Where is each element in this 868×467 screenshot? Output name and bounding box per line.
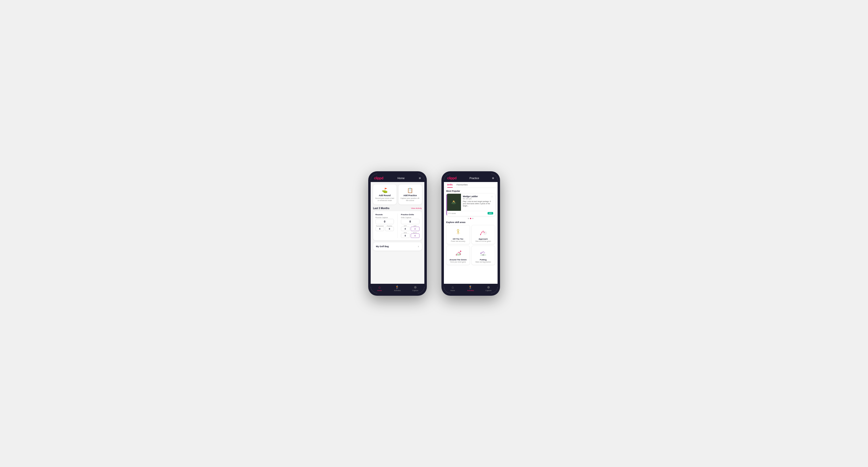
ott-value: 0 <box>401 227 410 231</box>
approach-name: Approach <box>478 238 488 240</box>
practice-nav-capture[interactable]: ⊕ Capture <box>479 285 497 291</box>
practice-home-nav-icon: ⌂ <box>452 285 454 289</box>
home-nav-icon: ⌂ <box>378 285 380 289</box>
svg-point-1 <box>451 202 456 204</box>
drill-info-header: Wedge Ladder ☆ <box>463 195 493 198</box>
drills-sub-row: OTT 0 APP 4 <box>401 225 420 231</box>
action-cards-row: ⛳ Add Round Record your shots in fast or… <box>373 184 422 205</box>
putt-col: PUTT 4 <box>411 232 420 238</box>
home-bottom-nav: ⌂ Home 🏌 Activities ⊕ Capture <box>371 284 424 293</box>
dot-2 <box>470 218 471 219</box>
app-col: APP 4 <box>411 225 420 231</box>
around-the-green-name: Around The Green <box>450 259 467 261</box>
carousel-dots <box>446 218 495 219</box>
around-the-green-desc: Hone your short game <box>450 261 466 263</box>
svg-point-14 <box>482 232 482 232</box>
add-round-icon: ⛳ <box>382 187 388 193</box>
drill-description: Play 1 shot at each target yardage. If y… <box>463 200 493 207</box>
drills-sub-row2: ARG 0 PUTT 4 <box>401 232 420 238</box>
tab-drills[interactable]: Drills <box>447 184 453 188</box>
drills-capture-label: Drills Capture <box>401 217 420 218</box>
golf-bag-row[interactable]: My Golf Bag › <box>373 242 422 251</box>
drills-capture-value: 8 <box>401 219 420 224</box>
ott-col: OTT 0 <box>401 225 410 231</box>
activity-section-header: Last 3 Months View Activity <box>373 207 422 210</box>
practice-title: Practice <box>469 177 479 180</box>
add-practice-title: Add Practice <box>403 194 417 197</box>
skill-areas-grid: Off The Tee Power and accuracy <box>446 225 495 265</box>
stats-card: Rounds Rounds Capture 0 Tournament 0 Pra… <box>373 211 422 240</box>
practice-capture-nav-icon: ⊕ <box>487 285 490 289</box>
view-activity-link[interactable]: View Activity <box>411 207 422 209</box>
practice-bottom-nav: ⌂ Home 🏌 Activities ⊕ Capture <box>444 284 498 293</box>
practice-nav-activities[interactable]: 🏌 Activities <box>462 285 479 291</box>
add-practice-desc: Capture your practice off-the-course <box>400 197 420 201</box>
svg-point-15 <box>483 230 484 231</box>
phone-home: clippd Home ≡ ⛳ Add Round Record your sh… <box>368 171 427 296</box>
putting-name: Putting <box>480 259 487 261</box>
tournament-label: Tournament <box>376 225 384 227</box>
app-value: 4 <box>411 227 420 231</box>
rounds-col: Rounds Rounds Capture 0 Tournament 0 Pra… <box>376 214 394 238</box>
practice-content: Most Popular <box>444 188 498 284</box>
menu-icon[interactable]: ≡ <box>419 176 421 180</box>
nav-home[interactable]: ⌂ Home <box>371 285 389 291</box>
practice-capture-nav-label: Capture <box>485 290 492 291</box>
phone-practice: clippd Practice ≡ Drills Favourites Most… <box>441 171 500 296</box>
nav-capture[interactable]: ⊕ Capture <box>406 285 424 291</box>
drill-star-icon[interactable]: ☆ <box>491 195 493 198</box>
skill-around-the-green[interactable]: Around The Green Hone your short game <box>446 246 470 265</box>
tab-favourites[interactable]: Favourites <box>457 184 468 188</box>
capture-nav-icon: ⊕ <box>414 285 417 289</box>
tournament-value: 0 <box>376 227 384 231</box>
rounds-sub-row: Tournament 0 Practice 0 <box>376 225 394 231</box>
drill-card-content: Wedge Ladder ☆ 50–100 yds Play 1 shot at… <box>446 194 495 211</box>
practice-menu-icon[interactable]: ≡ <box>492 176 494 180</box>
add-round-card[interactable]: ⛳ Add Round Record your shots in fast or… <box>373 184 397 205</box>
stats-row: Rounds Rounds Capture 0 Tournament 0 Pra… <box>376 214 420 238</box>
drill-name: Wedge Ladder <box>463 195 478 198</box>
practice-header: clippd Practice ≡ <box>444 174 498 182</box>
skill-putting[interactable]: Putting Make and lag practice <box>471 246 495 265</box>
skill-off-the-tee[interactable]: Off The Tee Power and accuracy <box>446 225 470 244</box>
drill-info: Wedge Ladder ☆ 50–100 yds Play 1 shot at… <box>461 194 495 211</box>
stats-divider <box>397 214 398 238</box>
home-title: Home <box>398 177 405 180</box>
practice-inner: Most Popular <box>444 188 498 267</box>
nav-activities[interactable]: 🏌 Activities <box>389 285 406 291</box>
practice-activities-nav-icon: 🏌 <box>468 285 473 289</box>
drill-range: 50–100 yds <box>463 198 493 199</box>
drill-thumbnail <box>446 194 461 211</box>
approach-desc: Dial-in to hit the green <box>475 240 491 242</box>
dot-1 <box>468 218 469 219</box>
practice-activities-nav-label: Activities <box>467 290 474 291</box>
add-practice-icon: 📋 <box>407 187 413 193</box>
add-practice-card[interactable]: 📋 Add Practice Capture your practice off… <box>399 184 422 205</box>
target-icon: ◎ <box>448 212 450 214</box>
putting-desc: Make and lag practice <box>475 261 491 263</box>
home-header: clippd Home ≡ <box>371 174 424 182</box>
activities-nav-label: Activities <box>394 290 401 291</box>
chevron-right-icon: › <box>418 245 419 248</box>
home-content: ⛳ Add Round Record your shots in fast or… <box>371 182 424 284</box>
skill-areas-label: Explore skill areas <box>446 221 495 223</box>
practice-value: 0 <box>385 227 394 231</box>
skill-approach[interactable]: Approach Dial-in to hit the green <box>471 225 495 244</box>
practice-nav-home[interactable]: ⌂ Home <box>444 285 462 291</box>
capture-nav-label: Capture <box>412 290 418 291</box>
drill-shots: ◎ 9 shots <box>448 212 456 214</box>
around-the-green-icon-area <box>453 248 463 258</box>
app-logo: clippd <box>374 176 383 180</box>
off-the-tee-desc: Power and accuracy <box>451 240 465 242</box>
activities-nav-icon: 🏌 <box>395 285 400 289</box>
arg-col: ARG 0 <box>401 232 410 238</box>
rounds-capture-value: 0 <box>376 219 394 224</box>
drills-title: Practice Drills <box>401 214 420 216</box>
rounds-capture-label: Rounds Capture <box>376 217 394 218</box>
drill-badge: APP <box>488 212 493 215</box>
putting-icon-area <box>478 248 488 258</box>
svg-marker-21 <box>460 251 461 252</box>
golf-bag-label: My Golf Bag <box>376 245 389 248</box>
featured-drill-card[interactable]: Wedge Ladder ☆ 50–100 yds Play 1 shot at… <box>446 194 495 216</box>
home-nav-label: Home <box>377 290 382 291</box>
